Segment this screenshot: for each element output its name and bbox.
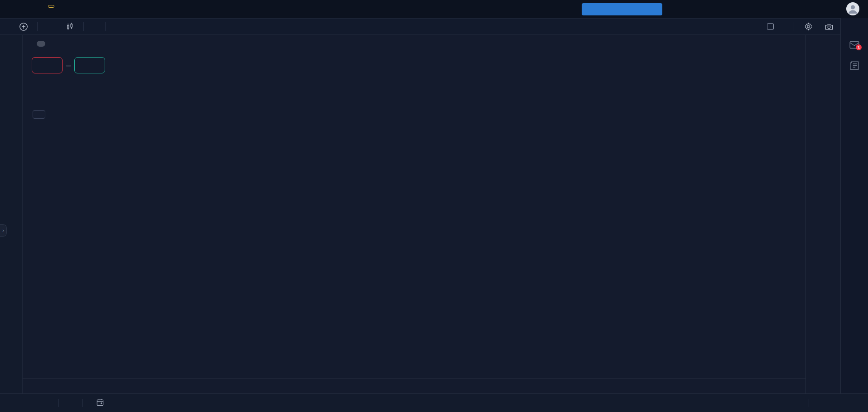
undo-button[interactable]: [112, 25, 117, 29]
top-header: [0, 0, 868, 18]
sidebar-expand-handle[interactable]: ›: [0, 224, 7, 237]
interval-button[interactable]: [44, 25, 49, 29]
notification-badge: 1: [856, 44, 862, 50]
newspaper-icon: [849, 60, 860, 72]
drawing-toolbar: [0, 35, 23, 393]
chart-toolbar: [0, 18, 868, 35]
compare-add-button[interactable]: [16, 20, 31, 33]
spread: [66, 64, 71, 67]
go-to-date-button[interactable]: [95, 397, 106, 409]
save-checkbox[interactable]: [767, 23, 774, 30]
chart-legend: [33, 41, 62, 47]
switch-to-live-button[interactable]: [582, 3, 662, 15]
collapse-legend-button[interactable]: [37, 41, 45, 47]
log-scale-button[interactable]: [825, 402, 831, 404]
trading-app: ›: [0, 0, 868, 412]
price-chart[interactable]: [23, 35, 805, 378]
app-logo: [44, 3, 54, 8]
collapse-indicators-button[interactable]: [33, 110, 45, 119]
sell-button[interactable]: [32, 57, 63, 73]
quote-panel: [32, 57, 105, 73]
bottom-toolbar: [0, 393, 868, 412]
buy-button[interactable]: [74, 57, 105, 73]
demo-badge: [48, 5, 54, 8]
screenshot-button[interactable]: [822, 20, 836, 33]
avatar[interactable]: [846, 2, 859, 15]
plus-circle-icon: [19, 22, 28, 31]
messages-button[interactable]: 1: [849, 39, 860, 51]
gear-icon: [804, 22, 813, 31]
redo-button[interactable]: [117, 25, 123, 29]
price-axis[interactable]: [805, 35, 840, 393]
calendar-icon: [96, 398, 105, 407]
camera-icon: [825, 22, 834, 31]
news-button[interactable]: [849, 60, 860, 72]
percent-scale-button[interactable]: [816, 402, 822, 404]
chart-style-button[interactable]: [63, 20, 77, 33]
indicators-button[interactable]: [90, 25, 99, 29]
candles-icon: [65, 22, 74, 31]
time-axis[interactable]: [23, 378, 805, 393]
settings-button[interactable]: [801, 20, 815, 33]
chart-area[interactable]: [23, 35, 805, 378]
auto-scale-button[interactable]: [834, 402, 840, 404]
right-sidebar: 1: [840, 18, 868, 393]
